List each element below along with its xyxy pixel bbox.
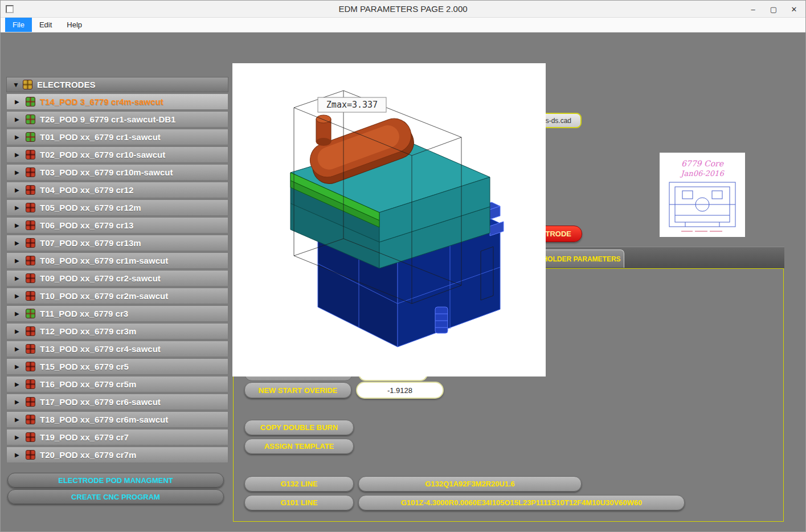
menu-item-help[interactable]: Help: [59, 18, 89, 32]
maximize-button[interactable]: ▢: [763, 1, 784, 18]
pod-icon: [26, 362, 35, 371]
expand-arrow-icon[interactable]: ▶: [15, 363, 22, 370]
g101-value-field[interactable]: G101Z-4.3000R0.0060E34I105O15L23P1111S10…: [358, 495, 685, 510]
electrode-label: T15_POD xx_6779 cr5: [40, 362, 129, 371]
electrode-item[interactable]: ▶T16_POD xx_6779 cr5m: [6, 376, 228, 392]
electrode-label: T26_POD 9_6779 cr1-sawcut-DB1: [40, 114, 175, 124]
expand-arrow-icon[interactable]: ▶: [15, 293, 22, 299]
expand-arrow-icon[interactable]: ▶: [15, 240, 22, 246]
cad-viewport[interactable]: Zmax=3.337: [232, 63, 546, 377]
menu-item-file[interactable]: File: [5, 18, 32, 32]
electrode-label: T02_POD xx_6779 cr10-sawcut: [40, 150, 165, 159]
electrode-item[interactable]: ▶T05_POD xx_6779 cr12m: [6, 199, 228, 216]
electrode-label: T19_POD xx_6779 cr7: [40, 432, 129, 442]
electrode-label: T04_POD xx_6779 cr12: [40, 185, 133, 195]
electrode-item[interactable]: ▶T11_POD xx_6779 cr3: [6, 305, 228, 322]
electrode-label: T05_POD xx_6779 cr12m: [40, 203, 141, 212]
electrode-item[interactable]: ▶T20_POD xx_6779 cr7m: [6, 447, 228, 463]
electrode-item[interactable]: ▶T12_POD xx_6779 cr3m: [6, 323, 228, 339]
electrode-label: T14_POD 3_6779 cr4m-sawcut: [40, 97, 163, 107]
expand-arrow-icon[interactable]: ▶: [15, 152, 22, 158]
new-start-overide-input[interactable]: [356, 382, 444, 399]
expand-arrow-icon[interactable]: ▶: [15, 275, 22, 281]
electrode-label: T09_POD xx_6779 cr2-sawcut: [40, 273, 161, 283]
electrode-list: ▶T14_POD 3_6779 cr4m-sawcut▶T26_POD 9_67…: [6, 93, 228, 464]
electrode-item[interactable]: ▶T18_POD xx_6779 cr6m-sawcut: [6, 411, 228, 428]
expand-arrow-icon[interactable]: ▶: [15, 434, 22, 440]
electrode-item[interactable]: ▶T01_POD xx_6779 cr1-sawcut: [6, 129, 228, 145]
expand-arrow-icon[interactable]: ▶: [15, 399, 22, 405]
pod-icon: [26, 415, 35, 424]
minimize-button[interactable]: –: [743, 1, 763, 18]
create-cnc-program-button[interactable]: CREATE CNC PROGRAM: [7, 489, 224, 504]
expand-arrow-icon[interactable]: ▶: [15, 169, 22, 175]
electrode-label: T10_POD xx_6779 cr2m-sawcut: [40, 291, 168, 301]
expand-arrow-icon[interactable]: ▶: [15, 204, 22, 211]
expand-arrow-icon[interactable]: ▶: [15, 257, 22, 264]
electrode-pod-management-button[interactable]: ELECTRODE POD MANAGMENT: [7, 473, 224, 488]
electrode-item[interactable]: ▶T09_POD xx_6779 cr2-sawcut: [6, 270, 228, 287]
electrode-label: T08_POD xx_6779 cr1m-sawcut: [40, 256, 168, 265]
pod-icon: [26, 379, 35, 389]
electrode-label: T11_POD xx_6779 cr3: [40, 309, 128, 318]
pod-icon: [26, 167, 35, 177]
expand-arrow-icon[interactable]: ▶: [15, 416, 22, 423]
electrode-item[interactable]: ▶T15_POD xx_6779 cr5: [6, 358, 228, 375]
pod-icon: [26, 150, 35, 159]
expand-arrow-icon[interactable]: ▶: [15, 310, 22, 317]
zmax-annotation: Zmax=3.337: [326, 100, 378, 110]
electrode-item[interactable]: ▶T03_POD xx_6779 cr10m-sawcut: [6, 164, 228, 181]
menu-item-edit[interactable]: Edit: [32, 18, 59, 32]
expand-arrow-icon[interactable]: ▶: [15, 381, 22, 387]
expand-arrow-icon[interactable]: ▶: [15, 134, 22, 140]
electrode-item[interactable]: ▶T14_POD 3_6779 cr4m-sawcut: [6, 93, 228, 110]
assign-template-button[interactable]: ASSIGN TEMPLATE: [244, 439, 354, 454]
electrode-item[interactable]: ▶T06_POD xx_6779 cr13: [6, 217, 228, 234]
electrode-item[interactable]: ▶T10_POD xx_6779 cr2m-sawcut: [6, 288, 228, 304]
pod-icon: [26, 203, 35, 212]
electrode-item[interactable]: ▶T13_POD xx_6779 cr4-sawcut: [6, 341, 228, 357]
g101-line-button[interactable]: G101 LINE: [244, 495, 354, 510]
expand-arrow-icon[interactable]: ▶: [15, 187, 22, 193]
expand-arrow-icon[interactable]: ▶: [15, 222, 22, 228]
electrode-label: T12_POD xx_6779 cr3m: [40, 326, 136, 336]
pod-icon: [26, 273, 35, 283]
electrode-label: T20_POD xx_6779 cr7m: [40, 450, 136, 460]
g132-line-button[interactable]: G132 LINE: [244, 476, 354, 492]
electrode-label: T18_POD xx_6779 cr6m-sawcut: [40, 415, 168, 424]
pod-icon: [26, 97, 35, 107]
expand-arrow-icon[interactable]: ▶: [15, 346, 22, 352]
electrode-item[interactable]: ▶T07_POD xx_6779 cr13m: [6, 235, 228, 251]
electrode-label: T03_POD xx_6779 cr10m-sawcut: [40, 167, 173, 177]
collapse-arrow-icon[interactable]: ▼: [13, 81, 19, 89]
pod-icon: [26, 432, 35, 442]
electrode-item[interactable]: ▶T04_POD xx_6779 cr12: [6, 182, 228, 198]
pod-icon: [26, 238, 35, 248]
electrode-label: T07_POD xx_6779 cr13m: [40, 238, 141, 248]
new-start-overide-button[interactable]: NEW START OVERIDE: [244, 382, 351, 398]
pod-icon: [26, 397, 35, 407]
cad-model-3d: Zmax=3.337: [232, 63, 546, 377]
electrode-item[interactable]: ▶T19_POD xx_6779 cr7: [6, 429, 228, 445]
expand-arrow-icon[interactable]: ▶: [15, 452, 22, 458]
expand-arrow-icon[interactable]: ▶: [15, 328, 22, 334]
g132-value-field[interactable]: G132Q1A92F3M2R20U1.6: [358, 476, 582, 492]
electrode-item[interactable]: ▶T17_POD xx_6779 cr6-sawcut: [6, 394, 228, 410]
electrode-item[interactable]: ▶T08_POD xx_6779 cr1m-sawcut: [6, 252, 228, 269]
thumbnail-title-line1: 6779 Core: [681, 159, 724, 168]
pod-icon: [26, 132, 35, 142]
electrodes-tree-header[interactable]: ▼ ELECTRODES: [6, 77, 228, 92]
electrode-label: T01_POD xx_6779 cr1-sawcut: [40, 132, 161, 142]
window-title: EDM PARAMETERS PAGE 2.000: [1, 4, 805, 14]
core-drawing-thumbnail[interactable]: 6779 Core Jan06-2016: [660, 153, 745, 237]
electrode-item[interactable]: ▶T26_POD 9_6779 cr1-sawcut-DB1: [6, 111, 228, 128]
pod-icon: [26, 344, 35, 354]
expand-arrow-icon[interactable]: ▶: [15, 99, 22, 105]
copy-double-burn-button[interactable]: COPY DOUBLE BURN: [244, 420, 354, 435]
electrode-item[interactable]: ▶T02_POD xx_6779 cr10-sawcut: [6, 146, 228, 163]
pod-icon: [26, 185, 35, 195]
tab-holder-parameters[interactable]: HOLDER PARAMETERS: [539, 249, 624, 268]
close-button[interactable]: ✕: [784, 1, 804, 18]
expand-arrow-icon[interactable]: ▶: [15, 116, 22, 122]
electrodes-group-icon: [23, 80, 32, 89]
